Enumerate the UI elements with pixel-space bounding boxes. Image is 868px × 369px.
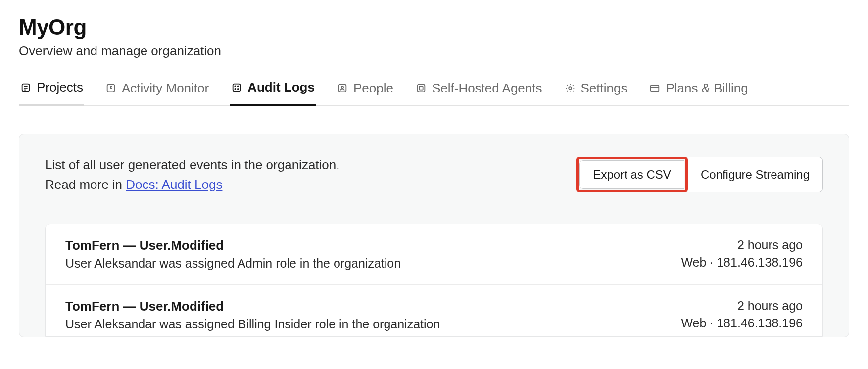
log-row[interactable]: TomFern — User.Modified User Aleksandar … — [46, 285, 822, 336]
org-title: MyOrg — [19, 15, 849, 40]
panel-description: List of all user generated events in the… — [45, 155, 340, 195]
audit-logs-icon — [231, 82, 242, 93]
log-description: User Aleksandar was assigned Billing Ins… — [65, 317, 440, 331]
panel-header: List of all user generated events in the… — [45, 155, 823, 195]
log-time: 2 hours ago — [681, 299, 803, 313]
configure-streaming-button[interactable]: Configure Streaming — [688, 157, 823, 192]
tab-plans-billing[interactable]: Plans & Billing — [648, 80, 749, 105]
log-meta: Web · 181.46.138.196 — [681, 255, 803, 270]
log-left: TomFern — User.Modified User Aleksandar … — [65, 299, 440, 331]
org-subtitle: Overview and manage organization — [19, 44, 849, 59]
billing-icon — [649, 82, 661, 94]
page-header: MyOrg Overview and manage organization — [19, 15, 849, 59]
svg-point-6 — [235, 86, 236, 87]
docs-audit-logs-link[interactable]: Docs: Audit Logs — [126, 177, 222, 192]
tab-settings[interactable]: Settings — [563, 80, 628, 105]
tab-self-hosted-agents[interactable]: Self-Hosted Agents — [414, 80, 543, 105]
svg-point-8 — [235, 88, 236, 89]
log-title: TomFern — User.Modified — [65, 238, 401, 253]
panel-actions: Export as CSV Configure Streaming — [576, 157, 823, 192]
tab-audit-logs[interactable]: Audit Logs — [230, 80, 316, 106]
panel-readmore-row: Read more in Docs: Audit Logs — [45, 175, 340, 194]
log-right: 2 hours ago Web · 181.46.138.196 — [681, 238, 803, 270]
tab-label: People — [353, 81, 393, 96]
log-right: 2 hours ago Web · 181.46.138.196 — [681, 299, 803, 330]
tab-label: Activity Monitor — [122, 81, 209, 96]
tab-label: Self-Hosted Agents — [432, 81, 542, 96]
read-more-prefix: Read more in — [45, 177, 126, 192]
log-row[interactable]: TomFern — User.Modified User Aleksandar … — [46, 224, 822, 285]
tab-label: Audit Logs — [247, 80, 315, 95]
svg-rect-5 — [233, 84, 241, 91]
audit-log-list: TomFern — User.Modified User Aleksandar … — [45, 224, 823, 337]
audit-logs-panel: List of all user generated events in the… — [19, 134, 849, 337]
svg-point-9 — [238, 88, 239, 89]
export-highlight: Export as CSV — [576, 157, 687, 192]
activity-icon — [105, 82, 117, 94]
log-meta: Web · 181.46.138.196 — [681, 316, 803, 330]
svg-point-11 — [341, 86, 343, 88]
export-csv-button[interactable]: Export as CSV — [579, 160, 684, 189]
tab-activity-monitor[interactable]: Activity Monitor — [104, 80, 210, 105]
tab-projects[interactable]: Projects — [19, 80, 84, 106]
svg-point-7 — [238, 86, 239, 87]
log-title: TomFern — User.Modified — [65, 299, 440, 314]
svg-rect-12 — [418, 85, 425, 92]
svg-point-14 — [569, 87, 572, 90]
tab-bar: Projects Activity Monitor Audit Logs Peo… — [19, 80, 849, 106]
projects-icon — [20, 82, 32, 93]
tab-people[interactable]: People — [336, 80, 394, 105]
svg-rect-13 — [419, 86, 423, 90]
svg-rect-15 — [651, 86, 659, 92]
gear-icon — [564, 82, 576, 94]
log-time: 2 hours ago — [681, 238, 803, 252]
tab-label: Plans & Billing — [666, 81, 748, 96]
panel-description-text: List of all user generated events in the… — [45, 155, 340, 175]
tab-label: Projects — [37, 80, 83, 95]
agents-icon — [415, 82, 427, 94]
people-icon — [337, 82, 348, 94]
log-description: User Aleksandar was assigned Admin role … — [65, 256, 401, 271]
log-left: TomFern — User.Modified User Aleksandar … — [65, 238, 401, 271]
tab-label: Settings — [581, 81, 627, 96]
